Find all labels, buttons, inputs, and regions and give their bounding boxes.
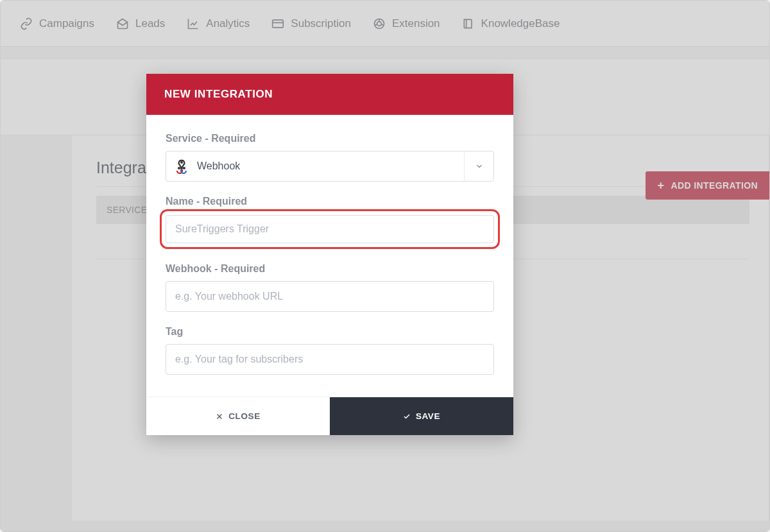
chart-icon bbox=[187, 17, 200, 30]
nav-label: KnowledgeBase bbox=[481, 17, 560, 30]
nav-knowledgebase[interactable]: KnowledgeBase bbox=[462, 17, 560, 30]
service-select[interactable]: Webhook bbox=[166, 151, 494, 182]
svg-point-2 bbox=[377, 21, 382, 26]
save-button[interactable]: SAVE bbox=[330, 397, 513, 435]
field-tag: Tag bbox=[166, 326, 494, 375]
service-chevron-zone[interactable] bbox=[464, 151, 493, 181]
save-label: SAVE bbox=[416, 411, 440, 421]
service-label: Service - Required bbox=[166, 133, 494, 144]
modal-body: Service - Required Webhook bbox=[146, 115, 513, 397]
svg-point-4 bbox=[183, 167, 185, 169]
add-integration-button[interactable]: + ADD INTEGRATION bbox=[646, 171, 769, 200]
chevron-down-icon bbox=[475, 162, 484, 171]
field-name: Name - Required bbox=[166, 196, 494, 207]
webhook-input[interactable] bbox=[166, 281, 494, 312]
nav-leads[interactable]: Leads bbox=[116, 17, 165, 30]
field-service: Service - Required Webhook bbox=[166, 133, 494, 182]
svg-rect-0 bbox=[273, 20, 284, 28]
nav-extension[interactable]: Extension bbox=[373, 17, 440, 30]
check-icon bbox=[403, 413, 411, 420]
field-webhook: Webhook - Required bbox=[166, 263, 494, 312]
close-icon bbox=[216, 413, 223, 420]
new-integration-modal: NEW INTEGRATION Service - Required Webho… bbox=[146, 74, 513, 435]
modal-title: NEW INTEGRATION bbox=[146, 74, 513, 115]
top-nav: Campaigns Leads Analytics Subscription E… bbox=[1, 1, 769, 47]
name-input[interactable] bbox=[166, 215, 494, 243]
nav-analytics[interactable]: Analytics bbox=[187, 17, 250, 30]
tag-input[interactable] bbox=[166, 344, 494, 375]
table-header-service: SERVICE bbox=[107, 205, 147, 215]
name-label: Name - Required bbox=[166, 196, 494, 207]
webhook-icon bbox=[174, 159, 189, 174]
card-icon bbox=[271, 17, 284, 30]
link-icon bbox=[20, 17, 33, 30]
plus-icon: + bbox=[657, 179, 664, 193]
nav-label: Analytics bbox=[206, 17, 250, 30]
tag-label: Tag bbox=[166, 326, 494, 338]
svg-point-5 bbox=[180, 161, 183, 164]
close-button[interactable]: CLOSE bbox=[146, 397, 330, 435]
webhook-label: Webhook - Required bbox=[166, 263, 494, 275]
chrome-icon bbox=[373, 17, 386, 30]
name-highlight-annotation bbox=[160, 209, 500, 249]
modal-footer: CLOSE SAVE bbox=[146, 397, 513, 435]
close-label: CLOSE bbox=[228, 411, 261, 421]
nav-subscription[interactable]: Subscription bbox=[271, 17, 351, 30]
mail-icon bbox=[116, 17, 129, 30]
nav-label: Campaigns bbox=[39, 17, 94, 30]
add-integration-label: ADD INTEGRATION bbox=[671, 180, 758, 191]
book-icon bbox=[462, 17, 475, 30]
nav-label: Subscription bbox=[291, 17, 351, 30]
nav-label: Leads bbox=[135, 17, 165, 30]
nav-label: Extension bbox=[392, 17, 440, 30]
svg-point-3 bbox=[178, 167, 180, 169]
nav-campaigns[interactable]: Campaigns bbox=[20, 17, 94, 30]
service-value: Webhook bbox=[197, 160, 240, 172]
